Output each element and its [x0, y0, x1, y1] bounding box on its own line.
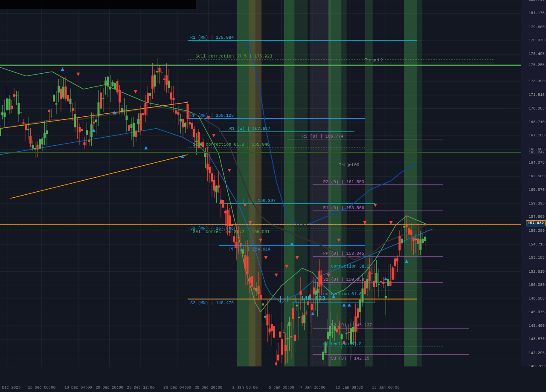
time-label: 2 Jan 08:00	[232, 386, 258, 390]
price-label: 165.247	[529, 150, 545, 155]
price-label: 146.975	[529, 310, 545, 314]
price-label: 150.080	[529, 283, 545, 287]
chart-area	[0, 0, 521, 366]
price-label: 151.610	[529, 270, 545, 274]
time-label: 18 Dec 04:00	[64, 386, 92, 390]
price-label: 171.816	[529, 93, 545, 97]
price-label: 182.705	[529, 0, 545, 2]
time-label: 28 Dec 20:00	[195, 386, 222, 390]
price-label: 181.175	[529, 11, 545, 15]
chart-title	[2, 1, 194, 8]
time-label: 12 Dec 2023	[0, 386, 20, 390]
price-label: 148.505	[529, 297, 545, 301]
time-scale: 12 Dec 202315 Dec 08:0018 Dec 04:0020 De…	[0, 366, 521, 392]
time-label: 26 Dec 04:00	[163, 386, 191, 390]
price-label: 164.075	[529, 161, 545, 165]
price-label: 167.180	[529, 133, 545, 138]
price-label: 173.390	[529, 79, 545, 84]
price-label: 145.400	[529, 324, 545, 328]
time-label: 10 Jan 08:00	[335, 386, 363, 390]
price-label: 178.070	[529, 38, 545, 43]
time-label: 5 Jan 00:00	[269, 386, 294, 390]
price-label: 162.500	[529, 174, 545, 179]
price-label: 157.865	[529, 215, 545, 219]
price-label: 176.495	[529, 52, 545, 56]
price-label: 168.710	[529, 120, 545, 124]
price-label: 160.970	[529, 188, 545, 192]
time-label: 23 Dec 12:00	[127, 386, 155, 390]
info-panel	[0, 0, 196, 9]
price-label: 154.715	[529, 242, 545, 247]
price-label: 143.870	[529, 337, 545, 341]
price-label: 159.395	[529, 202, 545, 206]
time-label: 15 Dec 08:00	[28, 386, 55, 390]
current-price-label: 157.032	[526, 220, 546, 226]
time-label: 7 Jan 16:00	[300, 386, 325, 390]
price-label: 156.290	[529, 229, 545, 233]
price-label: 142.295	[529, 351, 545, 355]
price-label: 140.760	[529, 364, 545, 369]
main-chart-canvas	[0, 0, 521, 366]
price-label: 153.185	[529, 256, 545, 260]
time-label: 13 Jan 00:00	[372, 386, 400, 390]
price-label: 175.258	[529, 63, 545, 67]
chart-container: 182.705181.175179.600178.070176.495175.2…	[0, 0, 546, 392]
price-label: 179.600	[529, 25, 545, 29]
price-scale: 182.705181.175179.600178.070176.495175.2…	[521, 0, 546, 366]
time-label: 20 Dec 20:00	[96, 386, 123, 390]
price-label: 170.285	[529, 107, 545, 111]
